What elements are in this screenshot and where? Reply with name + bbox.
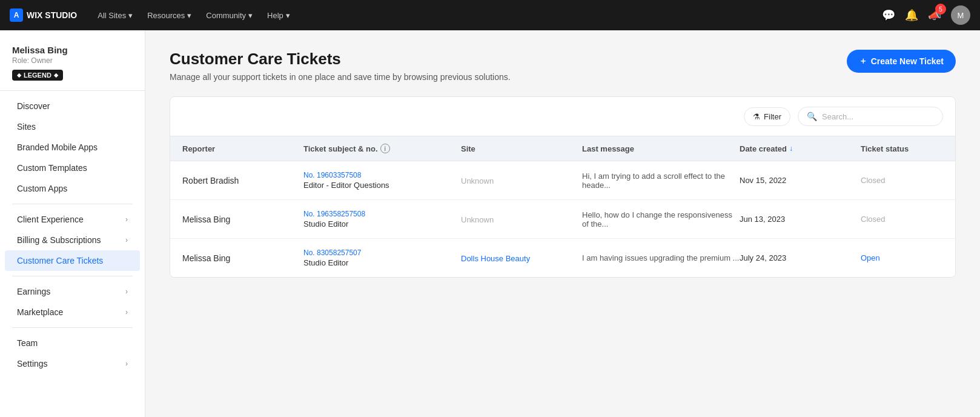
col-date-created[interactable]: Date created ↓ bbox=[740, 144, 861, 153]
reporter-cell: Robert Bradish bbox=[182, 176, 303, 185]
logo[interactable]: A WIX STUDIO bbox=[10, 8, 77, 22]
ticket-cell: No. 196358257508 Studio Editor bbox=[303, 210, 461, 229]
top-nav-right: 💬 🔔 📣 5 M bbox=[882, 5, 970, 25]
table-row[interactable]: Melissa Bing No. 83058257507 Studio Edit… bbox=[170, 239, 955, 277]
ticket-cell: No. 83058257507 Studio Editor bbox=[303, 249, 461, 267]
chevron-down-icon: ▾ bbox=[248, 11, 253, 20]
sidebar-earnings-label: Earnings bbox=[17, 287, 50, 296]
sidebar-settings-label: Settings bbox=[17, 359, 48, 369]
notification-badge: 5 bbox=[935, 4, 946, 15]
chat-icon[interactable]: 💬 bbox=[882, 8, 895, 22]
sidebar-item-sites[interactable]: Sites bbox=[5, 116, 140, 137]
col-reporter-label: Reporter bbox=[182, 144, 215, 153]
search-box: 🔍 bbox=[798, 107, 943, 126]
notifications-wrapper: 📣 5 bbox=[928, 8, 941, 22]
sidebar-divider-2 bbox=[12, 276, 133, 276]
sidebar-client-exp-label: Client Experience bbox=[17, 215, 84, 224]
sidebar-divider bbox=[12, 204, 133, 204]
sidebar-billing-label: Billing & Subscriptions bbox=[17, 235, 101, 245]
chevron-down-icon: ▾ bbox=[187, 11, 191, 20]
sidebar-item-billing[interactable]: Billing & Subscriptions › bbox=[5, 230, 140, 250]
sidebar-item-custom-apps[interactable]: Custom Apps bbox=[5, 178, 140, 199]
sidebar-marketplace-label: Marketplace bbox=[17, 307, 63, 317]
logo-badge: A bbox=[10, 8, 23, 22]
sidebar-item-discover[interactable]: Discover bbox=[5, 96, 140, 116]
sidebar-item-client-experience[interactable]: Client Experience › bbox=[5, 209, 140, 230]
nav-allsites-label: All Sites bbox=[98, 11, 126, 20]
status-cell: Open bbox=[861, 253, 956, 262]
search-icon: 🔍 bbox=[807, 112, 817, 121]
reporter-cell: Melissa Bing bbox=[182, 253, 303, 263]
ticket-number: No. 19603357508 bbox=[303, 171, 461, 179]
nav-help-label: Help bbox=[267, 11, 283, 20]
sidebar-divider-3 bbox=[12, 327, 133, 328]
nav-item-allsites[interactable]: All Sites ▾ bbox=[91, 7, 139, 24]
chevron-right-icon: › bbox=[125, 215, 128, 224]
sidebar: Melissa Bing Role: Owner ◆ LEGEND ◆ Disc… bbox=[0, 30, 145, 417]
col-ticket-status: Ticket status bbox=[861, 144, 956, 153]
site-unknown: Unknown bbox=[461, 215, 494, 224]
page-subtitle: Manage all your support tickets in one p… bbox=[170, 72, 511, 82]
sidebar-item-marketplace[interactable]: Marketplace › bbox=[5, 302, 140, 322]
bell-icon[interactable]: 🔔 bbox=[905, 8, 918, 22]
ticket-subject: Editor - Editor Questions bbox=[303, 181, 461, 190]
nav-resources-label: Resources bbox=[147, 11, 185, 20]
user-avatar[interactable]: M bbox=[951, 5, 970, 25]
ticket-subject: Studio Editor bbox=[303, 258, 461, 267]
info-icon[interactable]: i bbox=[380, 144, 390, 153]
sidebar-item-earnings[interactable]: Earnings › bbox=[5, 281, 140, 302]
reporter-cell: Melissa Bing bbox=[182, 215, 303, 224]
site-unknown: Unknown bbox=[461, 176, 494, 185]
sidebar-team-label: Team bbox=[17, 338, 38, 348]
table-row[interactable]: Melissa Bing No. 196358257508 Studio Edi… bbox=[170, 200, 955, 239]
nav-item-help[interactable]: Help ▾ bbox=[261, 7, 296, 24]
col-ticket-label: Ticket subject & no. bbox=[303, 144, 378, 153]
date-cell: Jun 13, 2023 bbox=[740, 215, 861, 224]
nav-item-community[interactable]: Community ▾ bbox=[200, 7, 259, 24]
col-reporter: Reporter bbox=[182, 144, 303, 153]
date-cell: Nov 15, 2022 bbox=[740, 176, 861, 185]
top-nav-items: All Sites ▾ Resources ▾ Community ▾ Help… bbox=[91, 7, 867, 24]
filter-button[interactable]: ⚗ Filter bbox=[744, 107, 790, 126]
page-header-text: Customer Care Tickets Manage all your su… bbox=[170, 50, 511, 82]
site-cell: Unknown bbox=[461, 215, 582, 224]
col-site-label: Site bbox=[461, 144, 475, 153]
col-status-label: Ticket status bbox=[861, 144, 909, 153]
status-cell: Closed bbox=[861, 215, 956, 224]
chevron-right-icon: › bbox=[125, 308, 128, 316]
sidebar-sites-label: Sites bbox=[17, 122, 36, 132]
chevron-down-icon: ▾ bbox=[128, 11, 133, 20]
chevron-down-icon: ▾ bbox=[286, 11, 290, 20]
diamond-icon: ◆ bbox=[17, 72, 21, 78]
site-link[interactable]: Dolls House Beauty bbox=[461, 254, 530, 263]
sidebar-custom-apps-label: Custom Apps bbox=[17, 184, 67, 193]
sidebar-item-customer-care[interactable]: Customer Care Tickets bbox=[5, 250, 140, 271]
col-ticket-subject: Ticket subject & no. i bbox=[303, 144, 461, 153]
last-message-cell: Hello, how do I change the responsivenes… bbox=[582, 210, 740, 229]
chevron-right-icon: › bbox=[125, 359, 128, 368]
sidebar-branded-label: Branded Mobile Apps bbox=[17, 142, 98, 152]
nav-item-resources[interactable]: Resources ▾ bbox=[141, 7, 197, 24]
col-date-label: Date created bbox=[740, 144, 787, 153]
sidebar-custom-templates-label: Custom Templates bbox=[17, 163, 87, 173]
badge-label: LEGEND bbox=[24, 72, 51, 79]
table-row[interactable]: Robert Bradish No. 19603357508 Editor - … bbox=[170, 161, 955, 200]
ticket-number: No. 83058257507 bbox=[303, 249, 461, 257]
layout: Melissa Bing Role: Owner ◆ LEGEND ◆ Disc… bbox=[0, 0, 980, 417]
col-last-msg-label: Last message bbox=[582, 144, 634, 153]
table-header: Reporter Ticket subject & no. i Site Las… bbox=[170, 136, 955, 161]
col-last-message: Last message bbox=[582, 144, 740, 153]
diamond-icon-right: ◆ bbox=[54, 72, 58, 78]
sidebar-item-team[interactable]: Team bbox=[5, 333, 140, 353]
table-rows: Robert Bradish No. 19603357508 Editor - … bbox=[170, 161, 955, 277]
search-input[interactable] bbox=[822, 112, 934, 121]
last-message-cell: I am having issues upgrading the premium… bbox=[582, 253, 740, 262]
sidebar-item-custom-templates[interactable]: Custom Templates bbox=[5, 158, 140, 178]
sidebar-item-settings[interactable]: Settings › bbox=[5, 353, 140, 374]
sidebar-item-branded-mobile-apps[interactable]: Branded Mobile Apps bbox=[5, 137, 140, 158]
sidebar-discover-label: Discover bbox=[17, 101, 50, 111]
create-ticket-button[interactable]: ＋ Create New Ticket bbox=[847, 50, 956, 73]
filter-label: Filter bbox=[764, 112, 781, 121]
main-content: Customer Care Tickets Manage all your su… bbox=[145, 30, 980, 417]
tickets-container: ⚗ Filter 🔍 Reporter Ticket subject & no.… bbox=[170, 96, 956, 278]
